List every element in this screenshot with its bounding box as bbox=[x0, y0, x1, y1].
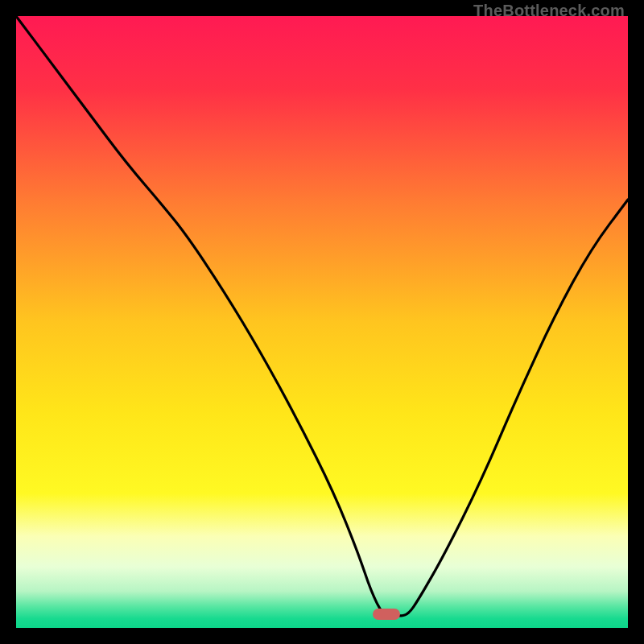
watermark-text: TheBottleneck.com bbox=[473, 2, 625, 20]
svg-rect-0 bbox=[16, 16, 628, 628]
plot-area bbox=[16, 16, 628, 628]
background-gradient bbox=[16, 16, 628, 628]
chart-frame: TheBottleneck.com bbox=[0, 0, 644, 644]
optimal-marker bbox=[373, 609, 400, 620]
